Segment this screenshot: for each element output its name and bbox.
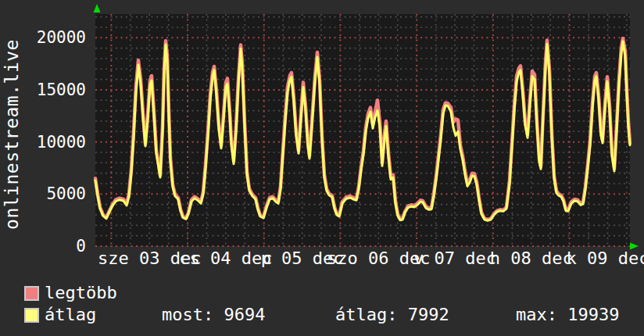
legend-swatch-atlag: [24, 308, 39, 323]
stat-max: max: 19939: [516, 306, 619, 324]
x-tick-label: h 08 dec: [490, 250, 573, 267]
y-tick-label: 0: [8, 238, 86, 255]
stat-most: most: 9694: [162, 306, 265, 324]
rrd-graph-page: onlinestream.live 05000100001500020000 s…: [0, 0, 644, 336]
x-tick-label: cs 04 dec: [179, 250, 272, 267]
x-tick-label: v 07 dec: [413, 250, 496, 267]
chart-plot-area: [0, 0, 644, 281]
y-axis-arrow-up-icon: [94, 4, 101, 13]
x-tick-label: k 09 dec: [566, 250, 644, 267]
y-tick-label: 5000: [8, 185, 86, 202]
legend-label-legtobb: legtöbb: [45, 284, 117, 302]
legend-label-atlag: átlag: [45, 306, 96, 324]
y-tick-label: 10000: [8, 134, 86, 151]
y-tick-label: 15000: [8, 81, 86, 98]
legend-swatch-legtobb: [24, 286, 39, 301]
y-tick-label: 20000: [8, 29, 86, 46]
stat-atlag: átlag: 7992: [335, 306, 449, 324]
